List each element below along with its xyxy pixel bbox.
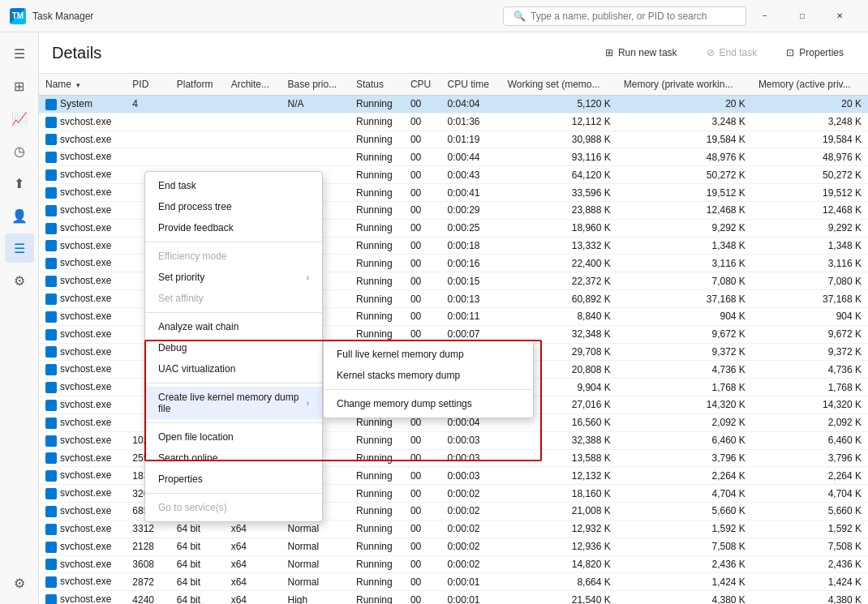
- menu-item-end-task[interactable]: End task: [145, 175, 322, 196]
- table-row[interactable]: svchost.exe212864 bitx64NormalRunning000…: [39, 538, 868, 555]
- proc-platform: 64 bit: [170, 573, 225, 591]
- settings-icon[interactable]: ⚙: [5, 568, 34, 598]
- proc-arch: x64: [225, 555, 281, 573]
- proc-cpu-time: 0:00:13: [440, 290, 501, 308]
- run-new-task-button[interactable]: ⊞ Run new task: [594, 42, 689, 63]
- menu-item-go-to-services[interactable]: Go to service(s): [145, 497, 322, 518]
- maximize-button[interactable]: □: [784, 0, 821, 32]
- menu-item-provide-feedback[interactable]: Provide feedback: [145, 217, 322, 238]
- app-body: ☰ ⊞ 📈 ◷ ⬆ 👤 ☰ ⚙ ⚙ Details ⊞ Run new task…: [0, 32, 868, 604]
- menu-item-analyze-wait-chain[interactable]: Analyze wait chain: [145, 316, 322, 337]
- proc-icon: [45, 99, 57, 110]
- sidebar-item-overview[interactable]: ⊞: [5, 71, 34, 101]
- col-arch[interactable]: Archite...: [225, 74, 281, 96]
- col-name[interactable]: Name ▾: [39, 74, 126, 96]
- proc-mem-active: 1,592 K: [752, 520, 868, 538]
- col-pid[interactable]: PID: [126, 74, 170, 96]
- proc-icon: [45, 293, 57, 305]
- menu-item-debug[interactable]: Debug: [145, 337, 322, 358]
- menu-item-create-memory-dump[interactable]: Create live kernel memory dump file ›: [145, 387, 322, 419]
- sidebar-item-performance[interactable]: 📈: [5, 104, 34, 133]
- table-row[interactable]: svchost.exe360864 bitx64NormalRunning000…: [39, 555, 868, 573]
- menu-item-end-process-tree[interactable]: End process tree: [145, 196, 322, 217]
- menu-item-open-file-location[interactable]: Open file location: [145, 426, 322, 448]
- proc-pid: 4: [126, 96, 170, 114]
- sidebar-item-menu[interactable]: ☰: [5, 39, 34, 68]
- titlebar: TM Task Manager 🔍 − □ ✕: [0, 0, 868, 32]
- menu-item-kernel-stacks-dump[interactable]: Kernel stacks memory dump: [324, 365, 533, 386]
- proc-cpu: 00: [404, 307, 441, 325]
- menu-item-set-priority[interactable]: Set priority ›: [145, 267, 322, 288]
- proc-name-cell: svchost.exe: [39, 485, 126, 503]
- col-working-set[interactable]: Working set (memo...: [501, 74, 617, 96]
- proc-name-cell: svchost.exe: [39, 396, 126, 414]
- proc-icon: [45, 506, 57, 517]
- proc-status: Running: [350, 237, 404, 255]
- minimize-button[interactable]: −: [746, 0, 784, 32]
- proc-cpu: 00: [404, 449, 441, 467]
- proc-status: Running: [350, 148, 404, 166]
- table-row[interactable]: svchost.exeRunning000:01:1930,988 K19,58…: [39, 131, 868, 148]
- col-platform[interactable]: Platform: [170, 74, 225, 96]
- menu-separator-4: [145, 422, 322, 423]
- col-base-prio[interactable]: Base prio...: [281, 74, 350, 96]
- proc-name-cell: svchost.exe: [39, 413, 126, 431]
- proc-cpu-time: 0:00:01: [440, 591, 501, 604]
- context-menu[interactable]: End task End process tree Provide feedba…: [144, 171, 323, 522]
- menu-item-uac-virtualization[interactable]: UAC virtualization: [145, 358, 322, 379]
- proc-icon: [45, 559, 57, 570]
- proc-icon: [45, 382, 57, 393]
- menu-item-properties[interactable]: Properties: [145, 469, 322, 490]
- context-submenu-memory-dump[interactable]: Full live kernel memory dump Kernel stac…: [323, 340, 534, 418]
- col-cpu[interactable]: CPU: [404, 74, 441, 96]
- table-row[interactable]: System4N/ARunning000:04:045,120 K20 K20 …: [39, 96, 868, 114]
- table-row[interactable]: svchost.exeRunning000:01:3612,112 K3,248…: [39, 113, 868, 131]
- properties-button[interactable]: ⊡ Properties: [775, 42, 855, 63]
- proc-arch: [225, 148, 281, 166]
- col-status[interactable]: Status: [350, 74, 404, 96]
- proc-pid: 3312: [126, 520, 170, 538]
- sidebar-item-users[interactable]: 👤: [5, 201, 34, 230]
- table-header-row: Name ▾ PID Platform Archite... Base prio…: [39, 74, 868, 96]
- proc-base-prio: High: [281, 591, 350, 604]
- menu-item-full-live-dump[interactable]: Full live kernel memory dump: [324, 344, 533, 365]
- col-cpu-time[interactable]: CPU time: [440, 74, 501, 96]
- col-mem-active[interactable]: Memory (active priv...: [752, 74, 868, 96]
- proc-mem-private: 20 K: [617, 96, 752, 114]
- proc-mem-private: 1,348 K: [617, 237, 752, 255]
- sidebar-item-history[interactable]: ◷: [5, 136, 34, 165]
- proc-status: Running: [350, 255, 404, 272]
- sidebar-item-startup[interactable]: ⬆: [5, 169, 34, 198]
- table-row[interactable]: svchost.exe331264 bitx64NormalRunning000…: [39, 520, 868, 538]
- proc-arch: x64: [225, 538, 281, 555]
- proc-mem-active: 48,976 K: [752, 148, 868, 166]
- proc-status: Running: [350, 166, 404, 184]
- end-task-button[interactable]: ⊘ End task: [695, 42, 769, 63]
- proc-mem-active: 19,512 K: [752, 184, 868, 202]
- proc-working-set: 12,932 K: [501, 520, 617, 538]
- process-table-container[interactable]: Name ▾ PID Platform Archite... Base prio…: [39, 74, 868, 604]
- table-row[interactable]: svchost.exe424064 bitx64HighRunning000:0…: [39, 591, 868, 604]
- proc-name-cell: svchost.exe: [39, 573, 126, 591]
- menu-item-set-affinity[interactable]: Set affinity: [145, 288, 322, 309]
- search-bar[interactable]: 🔍: [503, 6, 746, 26]
- proc-platform: 64 bit: [170, 520, 225, 538]
- sidebar-item-details[interactable]: ☰: [5, 233, 34, 263]
- search-input[interactable]: [531, 11, 736, 22]
- end-task-icon: ⊘: [707, 47, 715, 58]
- col-mem-private[interactable]: Memory (private workin...: [617, 74, 752, 96]
- proc-cpu: 00: [404, 467, 441, 485]
- table-row[interactable]: svchost.exeRunning000:00:4493,116 K48,97…: [39, 148, 868, 166]
- menu-item-search-online[interactable]: Search online: [145, 448, 322, 469]
- table-row[interactable]: svchost.exe287264 bitx64NormalRunning000…: [39, 573, 868, 591]
- sidebar-item-services[interactable]: ⚙: [5, 266, 34, 295]
- menu-item-change-dump-settings[interactable]: Change memory dump settings: [324, 393, 533, 414]
- proc-mem-private: 9,292 K: [617, 219, 752, 237]
- proc-icon: [45, 276, 57, 287]
- proc-cpu: 00: [404, 219, 441, 237]
- properties-icon: ⊡: [786, 47, 794, 58]
- proc-status: Running: [350, 201, 404, 219]
- proc-status: Running: [350, 272, 404, 290]
- close-button[interactable]: ✕: [821, 0, 858, 32]
- menu-item-efficiency-mode[interactable]: Efficiency mode: [145, 246, 322, 267]
